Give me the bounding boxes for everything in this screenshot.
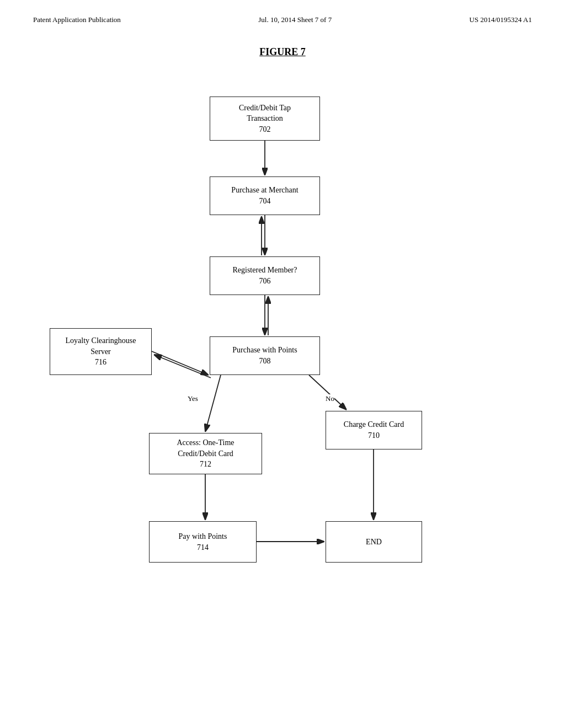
- box-702: Credit/Debit TapTransaction702: [210, 97, 320, 141]
- header-middle: Jul. 10, 2014 Sheet 7 of 7: [258, 15, 332, 24]
- box-708-label: Purchase with Points708: [232, 345, 297, 366]
- box-716-label: Loyalty ClearinghouseServer716: [66, 335, 136, 368]
- figure-title: FIGURE 7: [0, 46, 565, 58]
- box-716: Loyalty ClearinghouseServer716: [50, 328, 152, 375]
- header-right: US 2014/0195324 A1: [470, 15, 532, 24]
- box-714: Pay with Points714: [149, 521, 257, 563]
- header-left: Patent Application Publication: [33, 15, 121, 24]
- no-label: No: [326, 394, 334, 403]
- box-702-label: Credit/Debit TapTransaction702: [239, 103, 291, 135]
- box-706-label: Registered Member?706: [232, 265, 297, 286]
- box-704: Purchase at Merchant704: [210, 176, 320, 215]
- svg-line-7: [205, 375, 221, 432]
- box-706: Registered Member?706: [210, 256, 320, 295]
- box-end: END: [326, 521, 422, 563]
- box-end-label: END: [366, 537, 382, 548]
- box-710-label: Charge Credit Card710: [344, 419, 404, 441]
- box-712-label: Access: One-TimeCredit/Debit Card712: [177, 437, 234, 470]
- svg-line-9: [152, 351, 209, 375]
- svg-line-8: [309, 375, 347, 410]
- page-header: Patent Application Publication Jul. 10, …: [0, 0, 565, 30]
- diagram-area: Credit/Debit TapTransaction702 Purchase …: [0, 80, 565, 687]
- box-704-label: Purchase at Merchant704: [231, 185, 298, 206]
- box-710: Charge Credit Card710: [326, 411, 422, 449]
- flow-arrows: [0, 80, 565, 687]
- svg-line-10: [154, 355, 211, 378]
- box-708: Purchase with Points708: [210, 336, 320, 375]
- yes-label: Yes: [188, 394, 198, 403]
- box-712: Access: One-TimeCredit/Debit Card712: [149, 433, 262, 474]
- box-714-label: Pay with Points714: [179, 531, 227, 553]
